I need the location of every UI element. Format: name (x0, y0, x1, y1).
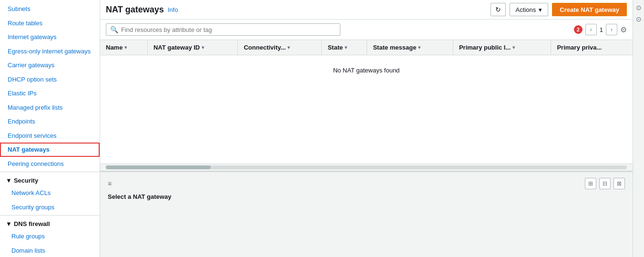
actions-button[interactable]: Actions ▾ (510, 3, 549, 16)
col-connectivity[interactable]: Connectivity... ▾ (238, 40, 322, 55)
right-sidebar-icon-2[interactable]: ⊙ (636, 15, 642, 23)
main-content: NAT gateways Info ↻ Actions ▾ Create NAT… (100, 0, 633, 257)
empty-row: No NAT gateways found (100, 55, 633, 86)
search-icon: 🔍 (110, 26, 118, 33)
refresh-icon: ↻ (495, 6, 501, 13)
sidebar-item-peering-connections[interactable]: Peering connections (0, 157, 100, 171)
panel-icon-1[interactable]: ⊞ (585, 178, 596, 189)
col-state-message[interactable]: State message ▾ (367, 40, 453, 55)
scroll-thumb[interactable] (106, 165, 211, 169)
sidebar-item-managed-prefix-lists[interactable]: Managed prefix lists (0, 101, 100, 115)
sidebar-item-subnets[interactable]: Subnets (0, 2, 100, 16)
sidebar-item-internet-gateways[interactable]: Internet gateways (0, 30, 100, 44)
dns-firewall-collapse-icon[interactable]: ▼ (6, 220, 12, 227)
pagination: 2 ‹ 1 › ⚙ (574, 22, 627, 37)
next-icon: › (611, 26, 613, 33)
col-name[interactable]: Name ▾ (100, 40, 147, 55)
sidebar-item-rule-groups[interactable]: Rule groups (0, 229, 100, 244)
col-primary-private[interactable]: Primary priva... (551, 40, 633, 55)
sidebar-section-security: ▼ Security (0, 173, 100, 186)
settings-icon[interactable]: ⚙ (620, 25, 627, 34)
sidebar-item-route-tables[interactable]: Route tables (0, 16, 100, 31)
gateway-id-sort-icon: ▾ (202, 45, 204, 50)
col-state[interactable]: State ▾ (322, 40, 367, 55)
search-box: 🔍 (106, 23, 340, 36)
col-gateway-id[interactable]: NAT gateway ID ▾ (147, 40, 238, 55)
topbar-left: NAT gateways Info (106, 5, 178, 15)
sidebar: Subnets Route tables Internet gateways E… (0, 0, 100, 257)
sidebar-item-carrier-gateways[interactable]: Carrier gateways (0, 58, 100, 72)
search-input[interactable] (121, 26, 336, 33)
drag-handle-icon[interactable]: ≡ (108, 180, 112, 187)
sidebar-item-dhcp-option-sets[interactable]: DHCP option sets (0, 72, 100, 87)
actions-label: Actions (516, 6, 536, 13)
search-row: 🔍 2 ‹ 1 › ⚙ (100, 20, 633, 40)
nat-gateways-table: Name ▾ NAT gateway ID ▾ Connectivity... (100, 40, 633, 85)
sidebar-item-endpoints[interactable]: Endpoints (0, 114, 100, 129)
prev-page-button[interactable]: ‹ (585, 24, 597, 35)
create-gateway-button[interactable]: Create NAT gateway (552, 3, 627, 16)
prev-icon: ‹ (590, 26, 592, 33)
detail-select-text: Select a NAT gateway (108, 193, 625, 200)
actions-dropdown-icon: ▾ (539, 6, 542, 13)
notification-badge: 2 (574, 25, 583, 34)
detail-panel-header: ≡ ⊞ ⊟ ⊠ (108, 178, 625, 189)
create-label: Create NAT gateway (560, 6, 619, 13)
sidebar-item-elastic-ips[interactable]: Elastic IPs (0, 86, 100, 101)
name-sort-icon: ▾ (124, 45, 127, 50)
state-message-sort-icon: ▾ (418, 45, 420, 50)
state-sort-icon: ▾ (345, 45, 347, 50)
empty-message: No NAT gateways found (100, 55, 633, 86)
panel-icon-2[interactable]: ⊟ (599, 178, 611, 189)
panel-icon-3[interactable]: ⊠ (613, 178, 625, 189)
page-number: 1 (600, 26, 603, 33)
sidebar-item-endpoint-services[interactable]: Endpoint services (0, 129, 100, 143)
connectivity-sort-icon: ▾ (287, 45, 290, 50)
table-header-row: Name ▾ NAT gateway ID ▾ Connectivity... (100, 40, 633, 55)
right-sidebar-icon-1[interactable]: ⊙ (636, 4, 642, 11)
refresh-button[interactable]: ↻ (491, 3, 506, 16)
sidebar-section-dns-firewall: ▼ DNS firewall (0, 216, 100, 229)
detail-panel-icons: ⊞ ⊟ ⊠ (585, 178, 625, 189)
sidebar-item-domain-lists[interactable]: Domain lists (0, 244, 100, 257)
scroll-track (106, 165, 627, 169)
topbar-right: ↻ Actions ▾ Create NAT gateway (491, 3, 627, 16)
info-link[interactable]: Info (168, 6, 178, 13)
sidebar-item-security-groups[interactable]: Security groups (0, 200, 100, 215)
sidebar-item-network-acls[interactable]: Network ACLs (0, 186, 100, 200)
sidebar-item-nat-gateways[interactable]: NAT gateways (0, 143, 100, 157)
detail-panel: ≡ ⊞ ⊟ ⊠ Select a NAT gateway (100, 171, 633, 257)
page-title: NAT gateways (106, 5, 164, 15)
topbar: NAT gateways Info ↻ Actions ▾ Create NAT… (100, 0, 633, 20)
next-page-button[interactable]: › (606, 24, 617, 35)
sidebar-item-egress-only[interactable]: Egress-only internet gateways (0, 44, 100, 59)
horizontal-scrollbar[interactable] (100, 164, 633, 171)
primary-public-sort-icon: ▾ (512, 45, 515, 50)
col-primary-public[interactable]: Primary public I... ▾ (453, 40, 551, 55)
right-sidebar: ⊙ ⊙ (633, 0, 644, 257)
table-container: Name ▾ NAT gateway ID ▾ Connectivity... (100, 40, 633, 164)
security-collapse-icon[interactable]: ▼ (6, 177, 12, 184)
